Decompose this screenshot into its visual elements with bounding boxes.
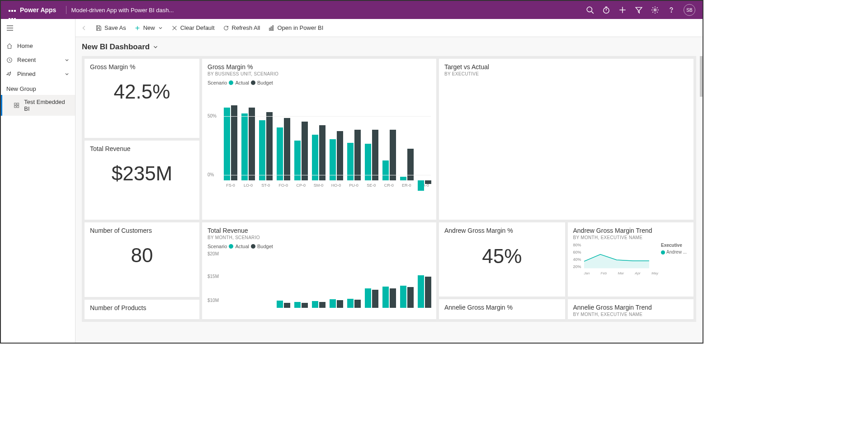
dashboard-area[interactable]: Gross Margin % 42.5% Total Revenue $235M… bbox=[75, 56, 703, 343]
chevron-down-icon bbox=[158, 25, 163, 31]
page-title: New BI Dashboard bbox=[82, 42, 150, 52]
app-launcher-icon[interactable] bbox=[8, 6, 16, 14]
new-label: New bbox=[143, 24, 155, 31]
card-subtitle: BY MONTH, EXECUTIVE NAME bbox=[573, 312, 689, 317]
new-button[interactable]: New bbox=[134, 24, 163, 31]
card-title: Andrew Gross Margin Trend bbox=[573, 227, 689, 234]
command-bar: Save As New Clear Default Refresh All Op… bbox=[75, 19, 703, 37]
open-in-powerbi-button[interactable]: Open in Power BI bbox=[268, 24, 323, 31]
card-annelie-trend[interactable]: Annelie Gross Margin Trend BY MONTH, EXE… bbox=[568, 299, 694, 319]
help-icon[interactable] bbox=[667, 6, 675, 14]
nav-group-title: New Group bbox=[1, 81, 75, 95]
card-subtitle: BY MONTH, SCENARIO bbox=[208, 235, 431, 240]
svg-rect-17 bbox=[17, 106, 19, 108]
chevron-down-icon bbox=[64, 71, 70, 77]
x-icon bbox=[171, 25, 178, 31]
card-andrew-trend[interactable]: Andrew Gross Margin Trend BY MONTH, EXEC… bbox=[568, 222, 694, 297]
nav-pinned-label: Pinned bbox=[17, 71, 35, 77]
powerbi-icon bbox=[268, 25, 274, 31]
svg-line-1 bbox=[591, 11, 594, 14]
chevron-down-icon[interactable] bbox=[152, 44, 159, 50]
svg-rect-24 bbox=[273, 25, 274, 30]
card-title: Total Revenue bbox=[90, 145, 194, 152]
save-icon bbox=[95, 25, 102, 31]
back-button[interactable] bbox=[81, 25, 87, 31]
main-content: Save As New Clear Default Refresh All Op… bbox=[75, 19, 703, 343]
card-gross-margin-pct[interactable]: Gross Margin % 42.5% bbox=[85, 59, 199, 138]
search-icon[interactable] bbox=[586, 6, 594, 14]
plus-icon bbox=[134, 25, 141, 31]
line-chart bbox=[584, 243, 659, 269]
card-title: Number of Customers bbox=[90, 227, 194, 234]
card-value: 42.5% bbox=[90, 71, 194, 116]
home-icon bbox=[6, 43, 13, 49]
svg-rect-16 bbox=[14, 106, 16, 108]
card-andrew-gm[interactable]: Andrew Gross Margin % 45% bbox=[439, 222, 565, 297]
card-num-customers[interactable]: Number of Customers 80 bbox=[85, 222, 199, 297]
timer-icon[interactable] bbox=[602, 6, 610, 14]
card-title: Andrew Gross Margin % bbox=[444, 227, 560, 234]
refresh-all-label: Refresh All bbox=[232, 24, 260, 31]
card-title: Annelie Gross Margin Trend bbox=[573, 304, 689, 311]
card-total-revenue[interactable]: Total Revenue $235M bbox=[85, 141, 199, 220]
filter-icon[interactable] bbox=[635, 6, 643, 14]
nav-pinned[interactable]: Pinned bbox=[1, 67, 75, 81]
svg-point-9 bbox=[671, 12, 671, 12]
bar-chart: 50% 0% bbox=[208, 85, 431, 180]
svg-rect-14 bbox=[14, 103, 16, 105]
save-as-button[interactable]: Save As bbox=[95, 24, 126, 31]
clear-default-label: Clear Default bbox=[180, 24, 215, 31]
card-subtitle: BY EXECUTIVE bbox=[444, 71, 688, 76]
card-title: Target vs Actual bbox=[444, 63, 688, 71]
clock-icon bbox=[6, 57, 13, 63]
svg-marker-7 bbox=[636, 7, 642, 13]
nav-home[interactable]: Home bbox=[1, 39, 75, 53]
dashboard-icon bbox=[14, 102, 19, 108]
card-value: $235M bbox=[90, 153, 194, 198]
clear-default-button[interactable]: Clear Default bbox=[171, 24, 215, 31]
chevron-down-icon bbox=[64, 57, 70, 63]
pin-icon bbox=[6, 71, 13, 77]
header-divider bbox=[66, 6, 66, 14]
card-title: Gross Margin % bbox=[90, 63, 194, 71]
user-avatar[interactable]: SB bbox=[684, 4, 695, 16]
global-header: Power Apps Model-driven App with Power B… bbox=[1, 1, 703, 19]
card-annelie-gm[interactable]: Annelie Gross Margin % bbox=[439, 299, 565, 319]
card-title: Gross Margin % bbox=[208, 63, 431, 71]
settings-icon[interactable] bbox=[651, 6, 659, 14]
plus-icon[interactable] bbox=[618, 6, 627, 14]
save-as-label: Save As bbox=[104, 24, 126, 31]
chart-legend: Scenario Actual Budget bbox=[208, 244, 431, 249]
card-subtitle: BY MONTH, EXECUTIVE NAME bbox=[573, 235, 689, 240]
open-pbi-label: Open in Power BI bbox=[277, 24, 323, 31]
refresh-icon bbox=[223, 25, 229, 31]
chart-legend: Scenario Actual Budget bbox=[208, 80, 431, 85]
brand-name: Power Apps bbox=[20, 6, 56, 14]
nav-recent[interactable]: Recent bbox=[1, 53, 75, 67]
nav-home-label: Home bbox=[17, 42, 33, 49]
card-target-vs-actual[interactable]: Target vs Actual BY EXECUTIVE bbox=[439, 59, 693, 220]
svg-rect-22 bbox=[269, 28, 270, 30]
nav-test-embedded-bi[interactable]: Test Embedded BI bbox=[1, 95, 75, 116]
card-title: Total Revenue bbox=[208, 227, 431, 234]
bar-chart: $20M $15M $10M bbox=[208, 249, 431, 308]
app-name: Model-driven App with Power BI dash... bbox=[71, 7, 174, 14]
nav-recent-label: Recent bbox=[17, 57, 36, 63]
svg-rect-15 bbox=[17, 103, 19, 105]
card-rev-by-month[interactable]: Total Revenue BY MONTH, SCENARIO Scenari… bbox=[202, 222, 436, 319]
card-title: Number of Products bbox=[90, 304, 194, 311]
card-gm-by-bu[interactable]: Gross Margin % BY BUSINESS UNIT, SCENARI… bbox=[202, 59, 436, 220]
card-value: 45% bbox=[444, 235, 560, 278]
card-value: 80 bbox=[90, 235, 194, 279]
refresh-all-button[interactable]: Refresh All bbox=[223, 24, 260, 31]
hamburger-icon[interactable] bbox=[1, 19, 75, 39]
card-num-products[interactable]: Number of Products bbox=[85, 300, 199, 319]
card-subtitle: BY BUSINESS UNIT, SCENARIO bbox=[208, 71, 431, 76]
svg-point-8 bbox=[654, 9, 656, 11]
left-nav: Home Recent Pinned New Group Test Embedd… bbox=[1, 19, 75, 343]
nav-embedded-label: Test Embedded BI bbox=[24, 99, 70, 112]
svg-rect-23 bbox=[271, 27, 272, 30]
svg-point-0 bbox=[587, 7, 592, 12]
card-title: Annelie Gross Margin % bbox=[444, 304, 560, 311]
